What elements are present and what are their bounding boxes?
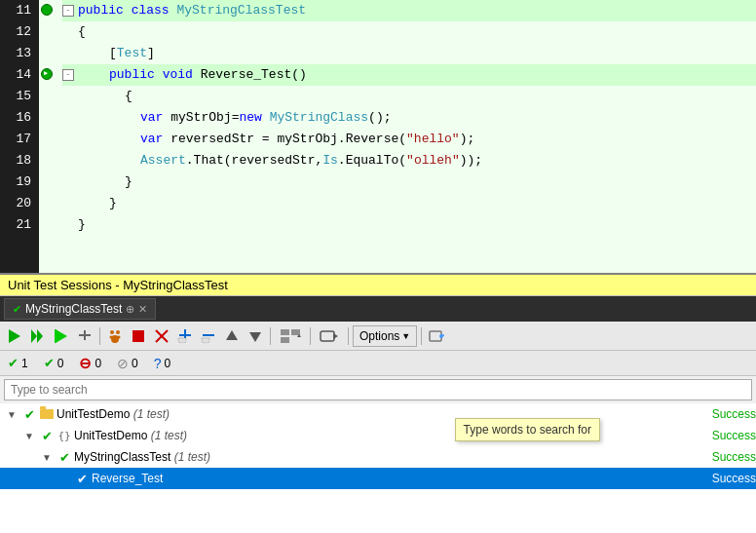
skip-icon: ⊘ bbox=[117, 356, 129, 371]
remove-button[interactable] bbox=[198, 325, 219, 347]
collapse-11[interactable]: - bbox=[62, 5, 74, 17]
options-dropdown-arrow: ▼ bbox=[401, 331, 410, 341]
check-icon-namespace: ✔ bbox=[39, 428, 55, 443]
stop-button[interactable] bbox=[128, 325, 149, 347]
toolbar-sep-1 bbox=[99, 327, 100, 345]
tab-bar: ✔ MyStringClassTest ⊕ ✕ bbox=[0, 296, 756, 322]
toolbar: Options ▼ bbox=[0, 322, 756, 351]
tree-item-unitTestDemo-namespace[interactable]: ▼ ✔ {} UnitTestDemo (1 test) Success bbox=[0, 425, 756, 446]
expand-mystringclasstest[interactable]: ▼ bbox=[39, 449, 55, 465]
tab-mystringclasstest[interactable]: ✔ MyStringClassTest ⊕ ✕ bbox=[4, 298, 156, 320]
gutter bbox=[39, 0, 58, 273]
panel-title-bar: Unit Test Sessions - MyStringClassTest bbox=[0, 275, 756, 296]
label-reverse-test: Reverse_Test bbox=[92, 472, 706, 485]
code-line-21: } bbox=[62, 214, 756, 236]
tree-item-reverse-test[interactable]: ✔ Reverse_Test Success bbox=[0, 468, 756, 489]
svg-point-31 bbox=[439, 334, 443, 338]
svg-point-10 bbox=[110, 335, 113, 338]
stat-skipped: ⊘ 0 bbox=[117, 356, 138, 371]
new-session-button[interactable] bbox=[74, 325, 95, 347]
svg-marker-1 bbox=[31, 329, 37, 343]
add-button[interactable] bbox=[174, 325, 196, 347]
svg-rect-18 bbox=[178, 338, 186, 343]
tree-view: ▼ ✔ UnitTestDemo (1 test) Success ▼ ✔ {}… bbox=[0, 403, 756, 533]
stat-errored: ⊖ 0 bbox=[79, 355, 101, 372]
code-content: - public class MyStringClassTest { [Test… bbox=[58, 0, 756, 273]
panel-title: Unit Test Sessions - MyStringClassTest bbox=[8, 278, 228, 292]
stat-passed: ✔ 1 bbox=[8, 356, 28, 370]
check-icon-method: ✔ bbox=[74, 471, 90, 486]
svg-marker-0 bbox=[9, 329, 20, 343]
stats-row: ✔ 1 ✔ 0 ⊖ 0 ⊘ 0 ? 0 bbox=[0, 351, 756, 376]
error-icon: ⊖ bbox=[79, 355, 92, 372]
svg-rect-6 bbox=[84, 330, 86, 340]
failed-check-icon: ✔ bbox=[44, 356, 55, 370]
code-line-17: var reversedStr = myStrObj.Reverse("hell… bbox=[62, 129, 756, 150]
svg-marker-3 bbox=[56, 329, 67, 343]
options-button[interactable]: Options ▼ bbox=[353, 325, 417, 347]
gutter-green-dot-11 bbox=[41, 4, 53, 19]
svg-rect-19 bbox=[203, 334, 214, 336]
skipped-count: 0 bbox=[132, 357, 138, 370]
svg-point-7 bbox=[110, 330, 114, 334]
delete-button[interactable] bbox=[151, 325, 172, 347]
run-session-button[interactable] bbox=[27, 325, 49, 347]
unit-test-panel: Unit Test Sessions - MyStringClassTest ✔… bbox=[0, 273, 756, 533]
failed-count: 0 bbox=[57, 357, 64, 370]
svg-rect-21 bbox=[202, 338, 209, 343]
code-line-18: Assert.That(reversedStr,Is.EqualTo("olle… bbox=[62, 150, 756, 171]
export-button[interactable] bbox=[426, 325, 447, 347]
toolbar-sep-4 bbox=[348, 327, 349, 345]
code-line-19: } bbox=[62, 171, 756, 193]
tree-item-unitTestDemo-assembly[interactable]: ▼ ✔ UnitTestDemo (1 test) Success bbox=[0, 403, 756, 425]
svg-rect-24 bbox=[281, 329, 289, 335]
svg-rect-28 bbox=[321, 331, 334, 341]
run-all-button[interactable] bbox=[4, 325, 25, 347]
braces-icon-namespace: {} bbox=[57, 428, 72, 443]
svg-point-11 bbox=[118, 335, 121, 338]
run-selected-button[interactable] bbox=[51, 325, 72, 347]
down-button[interactable] bbox=[245, 325, 266, 347]
code-line-11: - public class MyStringClassTest bbox=[62, 0, 756, 21]
ignore-icon: ? bbox=[154, 356, 162, 371]
tab-close-icon[interactable]: ✕ bbox=[138, 303, 147, 316]
tab-pin-icon[interactable]: ⊕ bbox=[126, 303, 134, 316]
code-editor: 11 12 13 14 15 16 17 18 19 20 21 - publi… bbox=[0, 0, 756, 273]
svg-rect-26 bbox=[281, 337, 289, 343]
status-method: Success bbox=[712, 472, 756, 485]
toolbar-sep-5 bbox=[421, 327, 422, 345]
expand-unitTestDemo-assembly[interactable]: ▼ bbox=[4, 406, 19, 422]
status-namespace: Success bbox=[712, 429, 756, 442]
tab-check-icon: ✔ bbox=[13, 303, 21, 316]
status-class: Success bbox=[712, 450, 756, 464]
toolbar-sep-3 bbox=[310, 327, 311, 345]
label-mystringclasstest: MyStringClassTest (1 test) bbox=[74, 450, 706, 464]
code-line-20: } bbox=[62, 193, 756, 214]
link-button[interactable] bbox=[315, 325, 344, 347]
stat-failed: ✔ 0 bbox=[44, 356, 64, 370]
svg-marker-29 bbox=[333, 333, 338, 339]
expand-reversetest bbox=[57, 471, 72, 486]
label-unitTestDemo-assembly: UnitTestDemo (1 test) bbox=[57, 407, 706, 421]
svg-marker-22 bbox=[226, 330, 238, 340]
passed-check-icon: ✔ bbox=[8, 356, 19, 370]
svg-rect-4 bbox=[55, 329, 57, 343]
svg-rect-12 bbox=[132, 330, 144, 342]
gutter-green-dot-14 bbox=[41, 68, 53, 84]
search-input[interactable] bbox=[4, 379, 752, 400]
check-icon-assembly: ✔ bbox=[21, 406, 37, 422]
up-button[interactable] bbox=[221, 325, 243, 347]
debug-button[interactable] bbox=[104, 325, 126, 347]
tree-item-mystringclasstest[interactable]: ▼ ✔ MyStringClassTest (1 test) Success bbox=[0, 446, 756, 468]
errored-count: 0 bbox=[94, 357, 101, 370]
svg-marker-23 bbox=[249, 332, 261, 342]
collapse-14[interactable]: - bbox=[62, 69, 74, 81]
status-assembly: Success bbox=[712, 407, 756, 421]
line-numbers: 11 12 13 14 15 16 17 18 19 20 21 bbox=[0, 0, 39, 273]
grid-view-button[interactable] bbox=[275, 325, 306, 347]
tab-label: MyStringClassTest bbox=[25, 302, 122, 316]
check-icon-class: ✔ bbox=[57, 449, 72, 465]
svg-rect-25 bbox=[291, 329, 300, 335]
expand-unitTestDemo-namespace[interactable]: ▼ bbox=[21, 428, 37, 443]
label-unitTestDemo-namespace: UnitTestDemo (1 test) bbox=[74, 429, 706, 442]
